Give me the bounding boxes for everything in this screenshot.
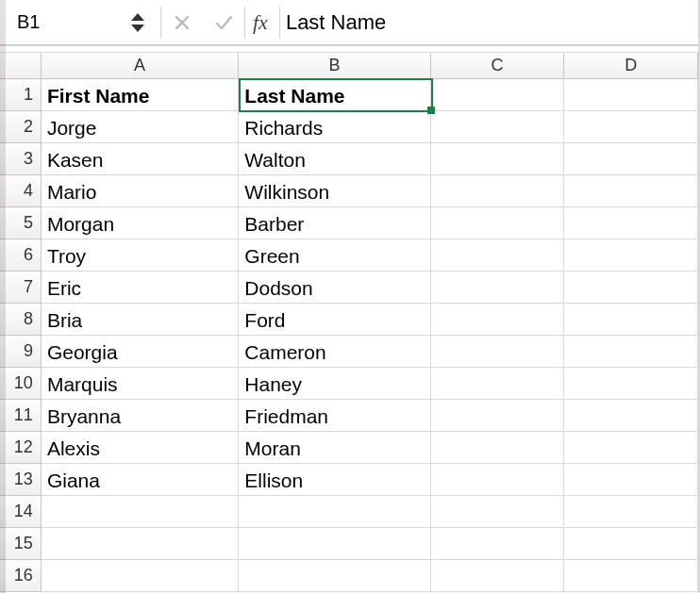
fx-label[interactable]: fx: [245, 10, 279, 35]
cell-D16[interactable]: [564, 560, 698, 592]
column-header-a[interactable]: A: [42, 53, 239, 78]
cell-A1[interactable]: First Name: [42, 79, 239, 111]
cell-B3[interactable]: Walton: [239, 143, 430, 175]
cell-B6[interactable]: Green: [239, 239, 430, 272]
cell-A7[interactable]: Eric: [42, 272, 239, 304]
cell-C4[interactable]: [431, 175, 565, 207]
cell-C7[interactable]: [431, 272, 565, 304]
cell-C6[interactable]: [431, 239, 565, 272]
row-header[interactable]: 12: [0, 432, 42, 464]
cell-B8[interactable]: Ford: [239, 304, 430, 336]
cell-C12[interactable]: [431, 432, 565, 464]
row-header[interactable]: 5: [0, 207, 42, 239]
cell-B12[interactable]: Moran: [239, 432, 430, 464]
cell-D4[interactable]: [564, 175, 698, 207]
cell-C2[interactable]: [431, 111, 565, 143]
name-box[interactable]: B1: [8, 11, 121, 33]
cell-B5[interactable]: Barber: [239, 207, 430, 239]
column-header-c[interactable]: C: [431, 53, 565, 78]
cell-C1[interactable]: [431, 79, 565, 111]
cell-D10[interactable]: [564, 368, 698, 400]
row-header[interactable]: 13: [0, 464, 42, 496]
cell-B13[interactable]: Ellison: [239, 464, 430, 496]
cell-reference: B1: [17, 11, 40, 33]
cell-A16[interactable]: [42, 560, 239, 592]
cell-B15[interactable]: [239, 528, 430, 560]
chevron-up-icon: [131, 13, 144, 21]
row-header[interactable]: 14: [0, 496, 42, 528]
formula-value: Last Name: [286, 10, 386, 34]
table-row: 2JorgeRichards: [0, 111, 698, 143]
cell-D7[interactable]: [564, 272, 698, 304]
cell-D14[interactable]: [564, 496, 698, 528]
cell-C11[interactable]: [431, 400, 565, 432]
row-header[interactable]: 2: [0, 111, 42, 143]
row-header[interactable]: 6: [0, 239, 42, 272]
cell-D2[interactable]: [564, 111, 698, 143]
cell-B4[interactable]: Wilkinson: [239, 175, 430, 207]
row-header[interactable]: 7: [0, 272, 42, 304]
cell-B11[interactable]: Friedman: [239, 400, 430, 432]
row-header[interactable]: 9: [0, 336, 42, 368]
cell-C14[interactable]: [431, 496, 565, 528]
cell-C3[interactable]: [431, 143, 565, 175]
cell-B16[interactable]: [239, 560, 430, 592]
cell-B7[interactable]: Dodson: [239, 272, 430, 304]
select-all-corner[interactable]: [0, 53, 42, 78]
cell-C9[interactable]: [431, 336, 565, 368]
cell-A10[interactable]: Marquis: [42, 368, 239, 400]
cell-A11[interactable]: Bryanna: [42, 400, 239, 432]
cell-C5[interactable]: [431, 207, 565, 239]
cell-D8[interactable]: [564, 304, 698, 336]
table-row: 12AlexisMoran: [0, 432, 698, 464]
cell-A4[interactable]: Mario: [42, 175, 239, 207]
cell-D15[interactable]: [564, 528, 698, 560]
cell-A3[interactable]: Kasen: [42, 143, 239, 175]
cell-A9[interactable]: Georgia: [42, 336, 239, 368]
cell-C15[interactable]: [431, 528, 565, 560]
cell-D13[interactable]: [564, 464, 698, 496]
row-header[interactable]: 15: [0, 528, 42, 560]
name-box-stepper[interactable]: [125, 13, 151, 32]
formula-input[interactable]: Last Name: [280, 10, 698, 35]
row-header[interactable]: 8: [0, 304, 42, 336]
cell-A6[interactable]: Troy: [42, 239, 239, 272]
cell-B9[interactable]: Cameron: [239, 336, 430, 368]
row-header[interactable]: 11: [0, 400, 42, 432]
cell-A13[interactable]: Giana: [42, 464, 239, 496]
cell-A15[interactable]: [42, 528, 239, 560]
enter-button[interactable]: [203, 13, 244, 32]
cell-B14[interactable]: [239, 496, 430, 528]
cell-D5[interactable]: [564, 207, 698, 239]
spreadsheet-grid[interactable]: A B C D 1First NameLast Name2JorgeRichar…: [0, 53, 698, 592]
row-header[interactable]: 4: [0, 175, 42, 207]
cell-C8[interactable]: [431, 304, 565, 336]
column-header-d[interactable]: D: [564, 53, 698, 78]
cell-D3[interactable]: [564, 143, 698, 175]
row-header[interactable]: 1: [0, 79, 42, 111]
row-header[interactable]: 3: [0, 143, 42, 175]
cell-A14[interactable]: [42, 496, 239, 528]
cell-A12[interactable]: Alexis: [42, 432, 239, 464]
cell-B1[interactable]: Last Name: [239, 79, 430, 111]
column-headers: A B C D: [0, 53, 698, 79]
cancel-button[interactable]: [161, 13, 203, 32]
cell-D12[interactable]: [564, 432, 698, 464]
cell-B10[interactable]: Haney: [239, 368, 430, 400]
cell-C13[interactable]: [431, 464, 565, 496]
cell-D1[interactable]: [564, 79, 698, 111]
cell-D11[interactable]: [564, 400, 698, 432]
cell-A2[interactable]: Jorge: [42, 111, 239, 143]
cell-A8[interactable]: Bria: [42, 304, 239, 336]
cell-A5[interactable]: Morgan: [42, 207, 239, 239]
cell-C16[interactable]: [431, 560, 565, 592]
column-header-b[interactable]: B: [239, 53, 430, 78]
cell-D6[interactable]: [564, 239, 698, 272]
cell-C10[interactable]: [431, 368, 565, 400]
row-header[interactable]: 10: [0, 368, 42, 400]
row-header[interactable]: 16: [0, 560, 42, 592]
table-row: 7EricDodson: [0, 272, 698, 304]
formula-bar: B1 fx Last Name: [0, 0, 698, 45]
cell-D9[interactable]: [564, 336, 698, 368]
cell-B2[interactable]: Richards: [239, 111, 430, 143]
